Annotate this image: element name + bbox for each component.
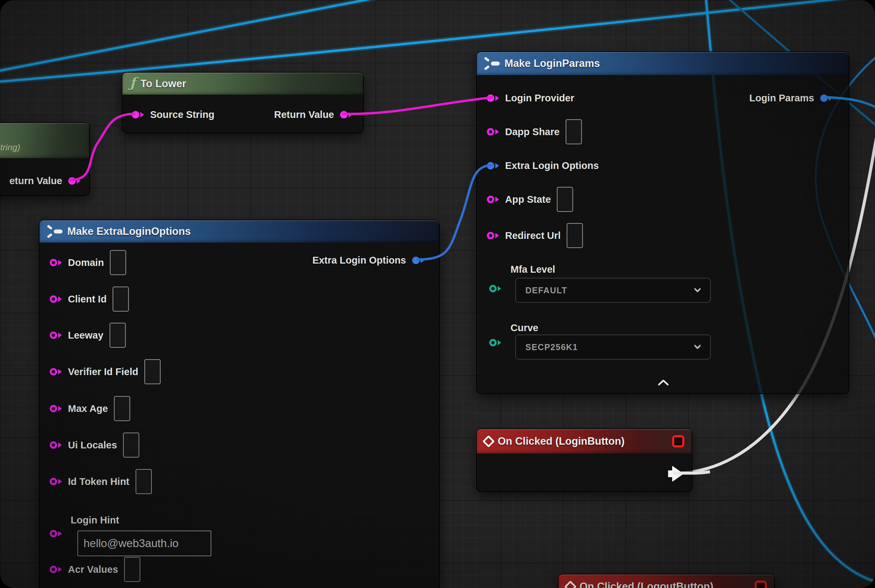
wire-pink-tolower-to-loginprovider bbox=[342, 98, 493, 114]
wire-blue-extraloginoptions bbox=[416, 165, 493, 260]
wire-layer-over bbox=[0, 0, 875, 588]
wire-exec-stub bbox=[674, 472, 710, 473]
wire-pink-returnvalue-to-sourcestring bbox=[69, 114, 135, 180]
wire-blue-loginparams-out bbox=[826, 98, 875, 108]
blueprint-graph-canvas[interactable]: tion ox (String) eturn Value ƒ To Lower … bbox=[0, 0, 875, 588]
